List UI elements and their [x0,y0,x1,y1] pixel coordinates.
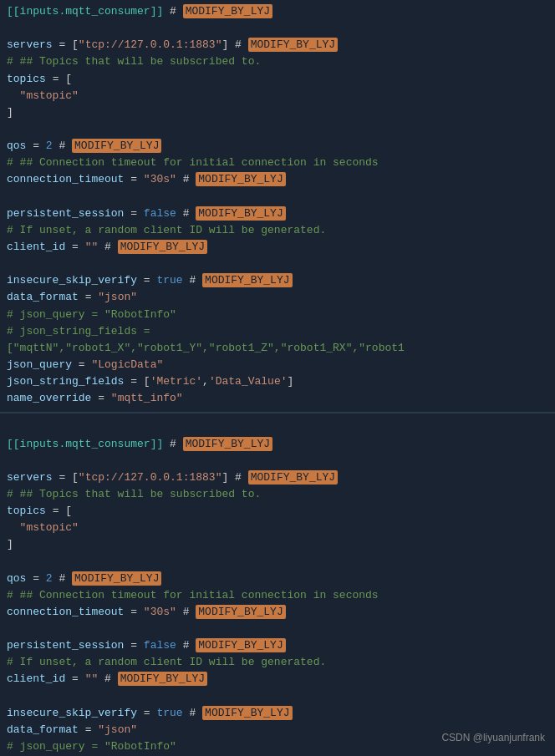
section-1: [[inputs.mqtt_consumer]] # MODIFY_BY_LYJ… [0,0,555,410]
line-topics-open-2: topics = [ [0,503,555,520]
line-comment-clientid-1: # If unset, a random client ID will be g… [0,222,555,239]
line-comment-timeout-2: # ## Connection timeout for initial conn… [0,587,555,604]
line-timeout-1: connection_timeout = "30s" # MODIFY_BY_L… [0,171,555,188]
line-persistent-2: persistent_session = false # MODIFY_BY_L… [0,637,555,654]
section-2: [[inputs.mqtt_consumer]] # MODIFY_BY_LYJ… [0,415,555,756]
line-insecure-2: insecure_skip_verify = true # MODIFY_BY_… [0,705,555,722]
line-blank-s2-2 [0,554,555,571]
line-blank-3 [0,189,555,205]
line-blank-s2-0 [0,419,555,435]
line-servers-2: servers = ["tcp://127.0.0.1:1883"] # MOD… [0,469,555,486]
line-timeout-2: connection_timeout = "30s" # MODIFY_BY_L… [0,604,555,621]
line-blank-2 [0,121,555,138]
line-insecure-1: insecure_skip_verify = true # MODIFY_BY_… [0,272,555,289]
code-container: [[inputs.mqtt_consumer]] # MODIFY_BY_LYJ… [0,0,555,756]
line-blank-s2-4 [0,688,555,705]
line-nameoverride-1: name_override = "mqtt_info" [0,390,555,407]
line-blank-s2-1 [0,453,555,469]
line-clientid-1: client_id = "" # MODIFY_BY_LYJ [0,239,555,256]
line-header-1: [[inputs.mqtt_consumer]] # MODIFY_BY_LYJ [0,3,555,20]
line-topics-close-2: ] [0,536,555,553]
line-comment-jsonfields-1: # json_string_fields = ["mqttN","robot1_… [0,323,555,357]
line-jsonfields-1: json_string_fields = ['Metric','Data_Val… [0,373,555,390]
line-blank-1 [0,20,555,37]
line-qos-1: qos = 2 # MODIFY_BY_LYJ [0,138,555,155]
line-jsonquery-1: json_query = "LogicData" [0,357,555,373]
line-topics-value-2: "mstopic" [0,520,555,536]
line-blank-4 [0,256,555,272]
section-divider [0,412,555,414]
line-persistent-1: persistent_session = false # MODIFY_BY_L… [0,205,555,222]
line-topics-open-1: topics = [ [0,71,555,88]
line-blank-s2-3 [0,621,555,637]
line-clientid-2: client_id = "" # MODIFY_BY_LYJ [0,671,555,688]
line-topics-value-1: "mstopic" [0,88,555,104]
line-comment-topics-1: # ## Topics that will be subscribed to. [0,53,555,70]
line-comment-jsonquery-1: # json_query = "RobotInfo" [0,307,555,323]
line-header-2: [[inputs.mqtt_consumer]] # MODIFY_BY_LYJ [0,436,555,453]
line-dataformat-1: data_format = "json" [0,289,555,306]
line-comment-topics-2: # ## Topics that will be subscribed to. [0,486,555,503]
line-servers-1: servers = ["tcp://127.0.0.1:1883"] # MOD… [0,37,555,53]
line-comment-clientid-2: # If unset, a random client ID will be g… [0,654,555,671]
line-topics-close-1: ] [0,104,555,121]
line-qos-2: qos = 2 # MODIFY_BY_LYJ [0,571,555,587]
line-comment-timeout-1: # ## Connection timeout for initial conn… [0,155,555,171]
watermark: CSDN @liyuanjunfrank [441,730,545,746]
